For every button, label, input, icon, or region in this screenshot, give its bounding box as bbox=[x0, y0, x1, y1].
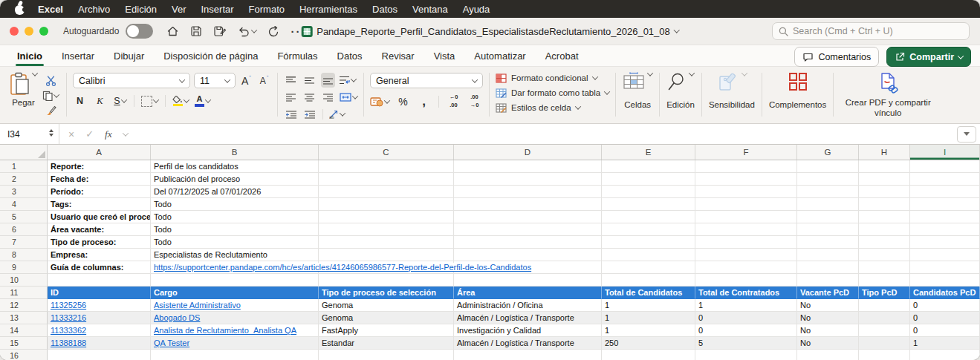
menu-app-name[interactable]: Excel bbox=[30, 4, 71, 15]
decrease-indent-button[interactable] bbox=[284, 107, 298, 122]
table-header-A11[interactable]: ID bbox=[48, 287, 151, 299]
table-header-H11[interactable]: Tipo PcD bbox=[859, 287, 910, 299]
cell-D10[interactable] bbox=[454, 274, 602, 287]
cell-D16[interactable] bbox=[454, 350, 602, 360]
italic-button[interactable]: K bbox=[93, 94, 107, 108]
cell-E4[interactable] bbox=[602, 198, 695, 211]
cell-D13[interactable]: Almacén / Logística / Transporte bbox=[454, 312, 602, 324]
cell-I6[interactable] bbox=[910, 223, 980, 236]
cell-B1[interactable]: Perfil de los candidatos bbox=[151, 160, 319, 173]
tab-fórmulas[interactable]: Fórmulas bbox=[267, 45, 327, 66]
cell-E7[interactable] bbox=[602, 236, 695, 249]
row-header-2[interactable]: 2 bbox=[0, 173, 48, 186]
row-header-5[interactable]: 5 bbox=[0, 211, 48, 223]
row-header-7[interactable]: 7 bbox=[0, 236, 48, 249]
cell-H12[interactable] bbox=[859, 299, 910, 312]
menu-item-ayuda[interactable]: Ayuda bbox=[455, 4, 498, 15]
cell-I14[interactable]: 0 bbox=[910, 324, 980, 337]
cell-C7[interactable] bbox=[319, 236, 454, 249]
menu-item-insertar[interactable]: Insertar bbox=[194, 4, 241, 15]
cell-A9[interactable]: Guía de columnas: bbox=[48, 261, 151, 274]
save-as-button[interactable] bbox=[213, 25, 227, 37]
cell-C5[interactable] bbox=[319, 211, 454, 223]
confirm-icon[interactable]: ✓ bbox=[85, 128, 94, 140]
cell-H1[interactable] bbox=[859, 160, 910, 173]
fill-color-chevron[interactable] bbox=[184, 96, 189, 102]
cell-G15[interactable]: No bbox=[797, 337, 859, 350]
table-header-I11[interactable]: Candidatos PcD bbox=[910, 287, 980, 299]
column-header-I[interactable]: I bbox=[910, 145, 980, 160]
cell-D1[interactable] bbox=[454, 160, 602, 173]
cell-E5[interactable] bbox=[602, 211, 695, 223]
cell-D14[interactable]: Investigación y Calidad bbox=[454, 324, 602, 337]
cell-B10[interactable] bbox=[151, 274, 319, 287]
share-button[interactable]: Compartir bbox=[886, 47, 971, 67]
cell-A8[interactable]: Empresa: bbox=[48, 249, 151, 261]
cell-C14[interactable]: FastApply bbox=[319, 324, 454, 337]
align-top-button[interactable] bbox=[284, 73, 298, 88]
cell-E2[interactable] bbox=[602, 173, 695, 186]
minimize-window-button[interactable] bbox=[25, 27, 33, 36]
cell-F6[interactable] bbox=[695, 223, 797, 236]
cell-styles-button[interactable]: Estilos de celda bbox=[496, 100, 609, 115]
cell-F4[interactable] bbox=[695, 198, 797, 211]
cell-G1[interactable] bbox=[797, 160, 859, 173]
row-header-13[interactable]: 13 bbox=[0, 312, 48, 324]
cell-F14[interactable]: 0 bbox=[695, 324, 797, 337]
tab-automatizar[interactable]: Automatizar bbox=[464, 45, 535, 66]
cell-C6[interactable] bbox=[319, 223, 454, 236]
cell-A5[interactable]: Usuario que creó el proceso: bbox=[48, 211, 151, 223]
tab-disposición-de-página[interactable]: Disposición de página bbox=[154, 45, 267, 66]
cell-I2[interactable] bbox=[910, 173, 980, 186]
tab-acrobat[interactable]: Acrobat bbox=[536, 45, 588, 66]
cell-C4[interactable] bbox=[319, 198, 454, 211]
cell-B13[interactable]: Abogado DS bbox=[151, 312, 319, 324]
table-link-A14[interactable]: 11333362 bbox=[51, 326, 86, 335]
cell-A7[interactable]: Tipo de proceso: bbox=[48, 236, 151, 249]
filename-chevron-icon[interactable] bbox=[674, 27, 680, 33]
font-color-button[interactable]: A bbox=[195, 94, 210, 108]
underline-chevron[interactable] bbox=[120, 96, 126, 102]
editing-button[interactable]: Edición bbox=[662, 71, 699, 119]
cut-button[interactable] bbox=[42, 73, 59, 88]
align-bottom-button[interactable] bbox=[321, 73, 335, 88]
paste-menu-chevron[interactable] bbox=[32, 70, 38, 76]
align-right-button[interactable] bbox=[321, 90, 335, 105]
align-left-button[interactable] bbox=[284, 90, 298, 105]
cell-A4[interactable]: Tags: bbox=[48, 198, 151, 211]
cell-G2[interactable] bbox=[797, 173, 859, 186]
row-header-9[interactable]: 9 bbox=[0, 261, 48, 274]
cell-B3[interactable]: Del 07/12/2025 al 07/01/2026 bbox=[151, 186, 319, 198]
cell-H14[interactable] bbox=[859, 324, 910, 337]
cell-E15[interactable]: 250 bbox=[602, 337, 695, 350]
cell-C1[interactable] bbox=[319, 160, 454, 173]
expand-formula-bar-button[interactable] bbox=[957, 126, 976, 143]
cell-I13[interactable]: 0 bbox=[910, 312, 980, 324]
cell-G14[interactable]: No bbox=[797, 324, 859, 337]
cell-C2[interactable] bbox=[319, 173, 454, 186]
cell-E10[interactable] bbox=[602, 274, 695, 287]
cell-F15[interactable]: 5 bbox=[695, 337, 797, 350]
undo-menu-chevron[interactable] bbox=[251, 27, 257, 33]
format-as-table-button[interactable]: Dar formato como tabla bbox=[496, 85, 609, 100]
column-header-B[interactable]: B bbox=[151, 145, 319, 160]
comma-style-button[interactable]: , bbox=[417, 94, 431, 109]
align-middle-button[interactable] bbox=[302, 73, 317, 88]
text-orientation-button[interactable]: ab bbox=[329, 107, 345, 122]
cell-G8[interactable] bbox=[797, 249, 859, 261]
cell-I15[interactable]: 1 bbox=[910, 337, 980, 350]
number-format-select[interactable]: General bbox=[370, 73, 483, 88]
menu-item-ventana[interactable]: Ventana bbox=[405, 4, 455, 15]
cell-E12[interactable]: 1 bbox=[602, 299, 695, 312]
cell-B4[interactable]: Todo bbox=[151, 198, 319, 211]
row-header-16[interactable]: 16 bbox=[0, 350, 48, 360]
cell-F12[interactable]: 1 bbox=[695, 299, 797, 312]
cell-A12[interactable]: 11325256 bbox=[48, 299, 151, 312]
cell-I8[interactable] bbox=[910, 249, 980, 261]
cancel-icon[interactable]: × bbox=[68, 128, 74, 140]
cell-B9[interactable]: https://supportcenter.pandape.com/hc/es/… bbox=[151, 261, 319, 274]
accounting-chevron[interactable] bbox=[384, 97, 390, 103]
increase-indent-button[interactable] bbox=[302, 107, 317, 122]
cell-B8[interactable]: Especialistas de Reclutamiento bbox=[151, 249, 319, 261]
cell-D7[interactable] bbox=[454, 236, 602, 249]
